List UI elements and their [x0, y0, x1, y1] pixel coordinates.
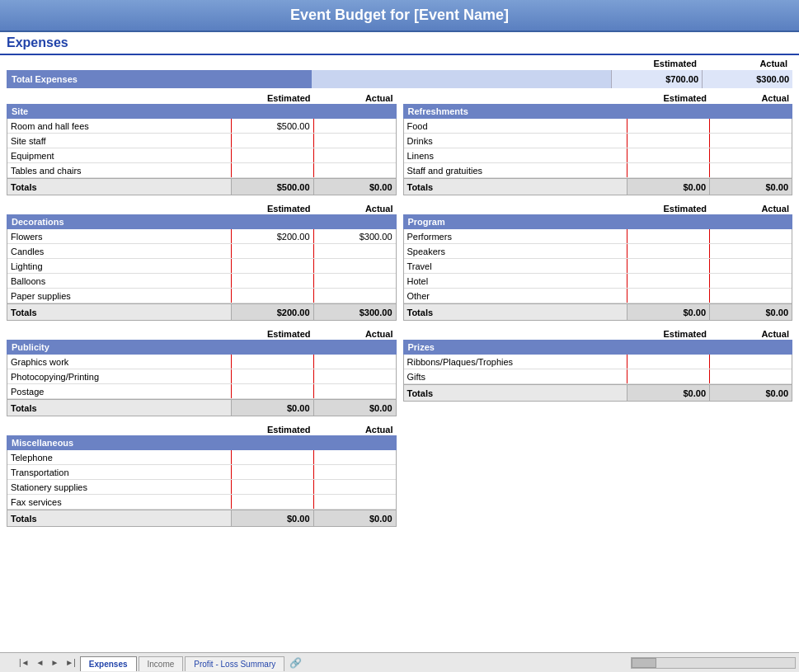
- estimated-input[interactable]: [232, 247, 310, 256]
- actual-input[interactable]: [314, 166, 392, 176]
- actual-input[interactable]: [314, 468, 392, 477]
- estimated-cell[interactable]: [231, 465, 313, 479]
- estimated-input[interactable]: [232, 372, 310, 382]
- actual-input[interactable]: [710, 151, 788, 161]
- estimated-input[interactable]: [627, 121, 706, 131]
- estimated-input[interactable]: [627, 291, 706, 301]
- actual-input[interactable]: [710, 276, 788, 286]
- actual-cell[interactable]: [709, 119, 792, 133]
- estimated-input[interactable]: [232, 276, 310, 286]
- actual-input[interactable]: [314, 387, 392, 397]
- estimated-cell[interactable]: [627, 163, 709, 177]
- tab-add-btn[interactable]: 🔗: [289, 657, 302, 669]
- estimated-cell[interactable]: [231, 450, 313, 464]
- estimated-cell[interactable]: [627, 355, 709, 369]
- estimated-input[interactable]: [627, 357, 706, 367]
- estimated-cell[interactable]: [627, 259, 709, 273]
- estimated-input[interactable]: [232, 166, 310, 176]
- estimated-input[interactable]: [627, 372, 706, 382]
- estimated-cell[interactable]: [231, 148, 313, 162]
- actual-cell[interactable]: [709, 259, 792, 273]
- estimated-input[interactable]: [627, 136, 706, 146]
- estimated-input[interactable]: [232, 291, 310, 301]
- actual-input[interactable]: [710, 247, 788, 256]
- actual-input[interactable]: [710, 166, 788, 176]
- actual-input[interactable]: [710, 291, 788, 301]
- tab-profit-loss[interactable]: Profit - Loss Summary: [185, 656, 284, 671]
- actual-cell[interactable]: [313, 259, 396, 273]
- actual-cell[interactable]: [709, 355, 792, 369]
- estimated-input[interactable]: [232, 136, 310, 146]
- actual-cell[interactable]: [313, 274, 396, 288]
- tab-nav-last[interactable]: ►|: [63, 657, 78, 668]
- actual-cell[interactable]: [709, 289, 792, 303]
- estimated-cell[interactable]: [627, 229, 709, 243]
- estimated-cell[interactable]: [627, 369, 709, 383]
- tab-expenses[interactable]: Expenses: [80, 656, 137, 671]
- estimated-cell[interactable]: [231, 119, 313, 133]
- actual-cell[interactable]: [313, 244, 396, 258]
- actual-input[interactable]: [314, 291, 392, 301]
- estimated-input[interactable]: [627, 232, 706, 242]
- actual-cell[interactable]: [313, 480, 396, 494]
- actual-input[interactable]: [314, 453, 392, 463]
- actual-input[interactable]: [314, 232, 392, 242]
- estimated-input[interactable]: [232, 261, 310, 271]
- estimated-input[interactable]: [232, 387, 310, 397]
- estimated-cell[interactable]: [231, 274, 313, 288]
- tab-nav-next[interactable]: ►: [48, 657, 61, 668]
- estimated-input[interactable]: [232, 121, 310, 131]
- actual-input[interactable]: [314, 482, 392, 492]
- estimated-input[interactable]: [232, 232, 310, 242]
- actual-input[interactable]: [710, 261, 788, 271]
- actual-input[interactable]: [710, 121, 788, 131]
- actual-input[interactable]: [314, 247, 392, 256]
- actual-input[interactable]: [314, 151, 392, 161]
- estimated-input[interactable]: [232, 497, 310, 507]
- actual-cell[interactable]: [313, 384, 396, 398]
- actual-cell[interactable]: [313, 450, 396, 464]
- estimated-cell[interactable]: [231, 495, 313, 509]
- estimated-cell[interactable]: [627, 274, 709, 288]
- actual-cell[interactable]: [313, 119, 396, 133]
- actual-cell[interactable]: [313, 289, 396, 303]
- actual-cell[interactable]: [709, 148, 792, 162]
- estimated-input[interactable]: [232, 151, 310, 161]
- estimated-cell[interactable]: [231, 369, 313, 383]
- actual-cell[interactable]: [709, 244, 792, 258]
- estimated-cell[interactable]: [627, 119, 709, 133]
- actual-cell[interactable]: [313, 369, 396, 383]
- estimated-cell[interactable]: [231, 244, 313, 258]
- estimated-cell[interactable]: [231, 134, 313, 148]
- actual-cell[interactable]: [313, 229, 396, 243]
- actual-cell[interactable]: [313, 163, 396, 177]
- tab-nav-prev[interactable]: ◄: [34, 657, 47, 668]
- estimated-input[interactable]: [232, 482, 310, 492]
- actual-input[interactable]: [314, 497, 392, 507]
- actual-cell[interactable]: [313, 465, 396, 479]
- estimated-input[interactable]: [627, 151, 706, 161]
- estimated-input[interactable]: [232, 357, 310, 367]
- estimated-cell[interactable]: [627, 148, 709, 162]
- actual-input[interactable]: [710, 372, 788, 382]
- actual-cell[interactable]: [313, 148, 396, 162]
- actual-cell[interactable]: [709, 274, 792, 288]
- actual-input[interactable]: [710, 357, 788, 367]
- actual-input[interactable]: [314, 276, 392, 286]
- actual-input[interactable]: [314, 261, 392, 271]
- actual-input[interactable]: [314, 372, 392, 382]
- actual-input[interactable]: [314, 136, 392, 146]
- estimated-cell[interactable]: [231, 384, 313, 398]
- actual-input[interactable]: [314, 121, 392, 131]
- estimated-input[interactable]: [232, 453, 310, 463]
- tab-scrollbar[interactable]: [631, 657, 796, 669]
- tab-income[interactable]: Income: [139, 656, 184, 671]
- estimated-cell[interactable]: [231, 355, 313, 369]
- estimated-cell[interactable]: [231, 289, 313, 303]
- tab-nav-first[interactable]: |◄: [16, 657, 32, 668]
- actual-input[interactable]: [314, 357, 392, 367]
- estimated-cell[interactable]: [627, 134, 709, 148]
- actual-input[interactable]: [710, 136, 788, 146]
- actual-cell[interactable]: [313, 495, 396, 509]
- estimated-cell[interactable]: [231, 163, 313, 177]
